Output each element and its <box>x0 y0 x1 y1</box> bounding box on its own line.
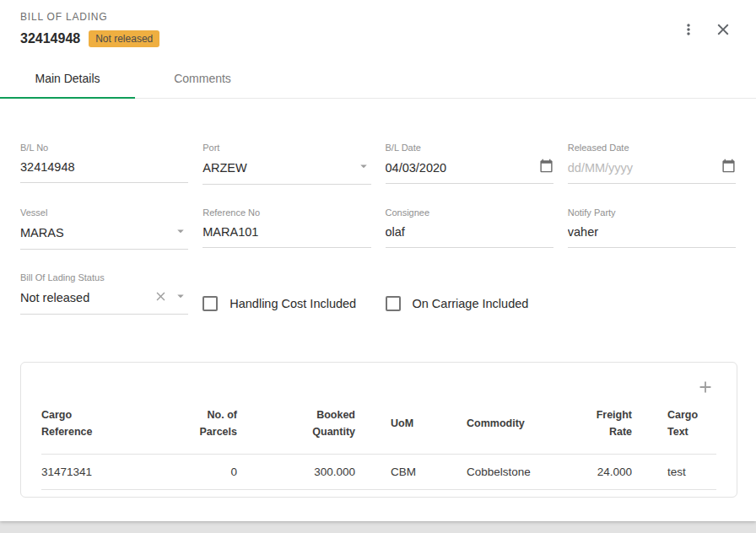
checkbox-label: Handling Cost Included <box>230 297 356 310</box>
column-header: UoM <box>355 398 467 455</box>
field-vessel: Vessel MARAS <box>20 207 188 250</box>
column-header: Booked Quantity <box>237 398 355 455</box>
cell-freight-rate: 24.000 <box>568 455 632 490</box>
tab-label: Main Details <box>35 72 100 85</box>
on-carriage-checkbox[interactable] <box>386 296 401 311</box>
bl-status-value: Not released <box>20 291 148 304</box>
handling-cost-checkbox[interactable] <box>202 296 218 311</box>
close-icon <box>714 29 732 41</box>
cell-booked-quantity: 300.000 <box>237 455 355 490</box>
port-select[interactable]: ARZEW <box>202 153 370 185</box>
column-header: Cargo Text <box>632 398 716 455</box>
column-header: No. of Parcels <box>170 398 237 455</box>
table-header-row: Cargo Reference No. of Parcels Booked Qu… <box>41 398 716 455</box>
main-details-form: B/L No Port ARZEW B/L Date <box>0 99 756 315</box>
cell-commodity: Cobbelstone <box>467 455 568 490</box>
header-text: BILL OF LADING 32414948 Not released <box>20 11 159 47</box>
tab-comments[interactable]: Comments <box>135 57 270 98</box>
calendar-icon[interactable] <box>721 159 736 176</box>
field-label: Reference No <box>202 207 370 218</box>
cell-cargo-text: test <box>632 455 716 490</box>
field-notify-party: Notify Party <box>568 207 736 250</box>
table-row[interactable]: 31471341 0 300.000 CBM Cobbelstone 24.00… <box>41 455 716 490</box>
tab-label: Comments <box>174 72 231 85</box>
field-reference-no: Reference No <box>202 207 370 250</box>
field-label: Bill Of Lading Status <box>20 272 188 283</box>
port-value: ARZEW <box>202 161 350 175</box>
dialog-header: BILL OF LADING 32414948 Not released <box>0 0 756 47</box>
spacer <box>568 272 736 315</box>
clear-icon[interactable] <box>154 289 168 307</box>
field-released-date: Released Date <box>568 143 736 185</box>
released-date-input[interactable] <box>568 161 716 175</box>
chevron-down-icon <box>173 223 188 242</box>
column-header: Freight Rate <box>568 398 632 455</box>
vessel-value: MARAS <box>20 226 168 240</box>
bill-of-lading-dialog: BILL OF LADING 32414948 Not released Mai… <box>0 0 756 521</box>
title-row: 32414948 Not released <box>20 30 159 47</box>
field-port: Port ARZEW <box>202 143 370 185</box>
kebab-menu-icon <box>680 28 697 40</box>
dialog-kicker: BILL OF LADING <box>20 11 159 23</box>
status-badge: Not released <box>89 30 159 47</box>
notify-party-input[interactable] <box>568 225 736 239</box>
field-label: B/L No <box>20 143 188 153</box>
close-button[interactable] <box>712 19 734 40</box>
field-bl-no: B/L No <box>20 143 188 185</box>
tab-main-details[interactable]: Main Details <box>0 57 135 98</box>
chevron-down-icon <box>173 288 188 307</box>
handling-cost-checkbox-field: Handling Cost Included <box>202 293 370 315</box>
plus-icon <box>696 386 715 399</box>
more-options-button[interactable] <box>678 19 699 40</box>
cell-uom: CBM <box>355 455 467 490</box>
cell-no-of-parcels: 0 <box>170 455 237 490</box>
header-actions <box>678 11 734 40</box>
reference-no-input[interactable] <box>202 225 370 239</box>
field-label: Vessel <box>20 207 188 218</box>
cargo-lines-card: Cargo Reference No. of Parcels Booked Qu… <box>20 362 737 498</box>
field-label: Released Date <box>568 143 736 153</box>
add-cargo-line-button[interactable] <box>694 376 716 398</box>
dialog-title: 32414948 <box>20 31 80 46</box>
bl-date-input[interactable] <box>386 161 534 175</box>
vessel-select[interactable]: MARAS <box>20 218 188 250</box>
chevron-down-icon <box>356 159 371 177</box>
column-header: Commodity <box>467 398 568 455</box>
field-label: B/L Date <box>386 143 554 153</box>
calendar-icon[interactable] <box>539 159 554 176</box>
field-bl-status: Bill Of Lading Status Not released <box>20 272 188 315</box>
field-label: Port <box>202 143 370 153</box>
consignee-input[interactable] <box>386 225 554 239</box>
card-toolbar <box>41 369 716 398</box>
bl-status-select[interactable]: Not released <box>20 283 188 315</box>
bl-no-input[interactable] <box>20 160 188 174</box>
field-label: Notify Party <box>568 207 736 218</box>
checkbox-label: On Carriage Included <box>413 297 529 310</box>
tab-bar: Main Details Comments <box>0 57 756 99</box>
on-carriage-checkbox-field: On Carriage Included <box>386 293 554 315</box>
field-label: Consignee <box>386 207 554 218</box>
cargo-table: Cargo Reference No. of Parcels Booked Qu… <box>41 398 716 490</box>
cell-cargo-reference: 31471341 <box>41 455 170 490</box>
field-bl-date: B/L Date <box>386 143 554 185</box>
field-consignee: Consignee <box>386 207 554 250</box>
column-header: Cargo Reference <box>41 398 170 455</box>
